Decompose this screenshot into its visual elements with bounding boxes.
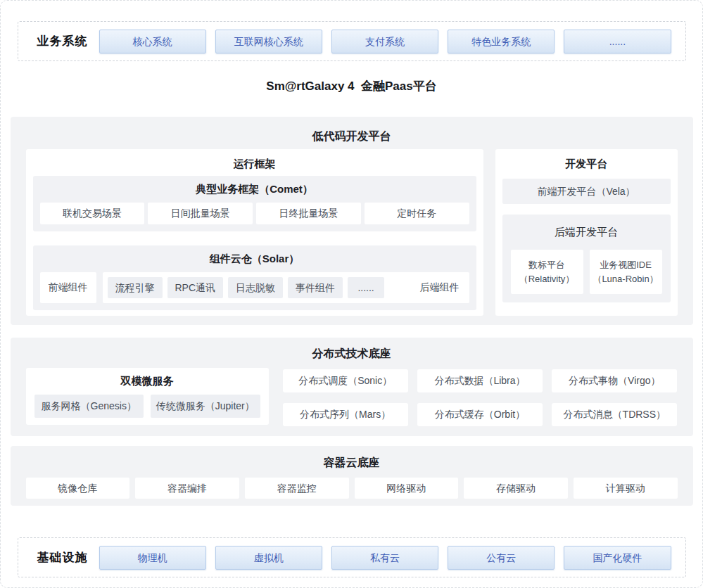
low-code-body: 运行框架 典型业务框架（Comet） 联机交易场景 日间批量场景 日终批量场景 … bbox=[26, 149, 678, 316]
container-cloud-title: 容器云底座 bbox=[26, 452, 678, 473]
solar-backend-component-label: 后端组件 bbox=[420, 281, 460, 294]
distributed-title: 分布式技术底座 bbox=[26, 343, 678, 364]
distributed-data-libra: 分布式数据（Libra） bbox=[417, 369, 543, 392]
comet-framework-box: 典型业务框架（Comet） 联机交易场景 日间批量场景 日终批量场景 定时任务 bbox=[33, 176, 476, 231]
comet-item-scheduled-task: 定时任务 bbox=[365, 203, 469, 224]
solar-chip-more: ...... bbox=[348, 277, 384, 298]
distributed-sequence-mars: 分布式序列（Mars） bbox=[283, 403, 408, 426]
infrastructure-band: 基础设施 物理机 虚拟机 私有云 公有云 国产化硬件 bbox=[18, 537, 686, 577]
solar-chip-rpc: RPC通讯 bbox=[167, 277, 224, 298]
solar-chip-log-masking: 日志脱敏 bbox=[228, 277, 283, 298]
traditional-microservice-jupiter: 传统微服务（Jupiter） bbox=[151, 395, 260, 418]
dual-mode-title: 双模微服务 bbox=[34, 368, 260, 395]
solar-frontend-component: 前端组件 bbox=[40, 272, 96, 303]
backend-dev-platform-title: 后端开发平台 bbox=[511, 215, 662, 250]
comet-items-row: 联机交易场景 日间批量场景 日终批量场景 定时任务 bbox=[40, 203, 469, 224]
distributed-scheduling-sonic: 分布式调度（Sonic） bbox=[283, 369, 408, 392]
dual-mode-items-row: 服务网格（Genesis） 传统微服务（Jupiter） bbox=[34, 395, 260, 418]
infrastructure-chips: 物理机 虚拟机 私有云 公有云 国产化硬件 bbox=[99, 546, 671, 570]
architecture-diagram: 业务系统 核心系统 互联网核心系统 支付系统 特色业务系统 ...... Sm@… bbox=[0, 0, 703, 588]
luna-robin-line2: （Luna-Robin） bbox=[593, 272, 658, 286]
business-systems-label: 业务系统 bbox=[37, 33, 99, 49]
public-cloud: 公有云 bbox=[448, 546, 555, 570]
physical-machine: 物理机 bbox=[99, 546, 206, 570]
business-system-internet-core: 互联网核心系统 bbox=[215, 30, 322, 53]
virtual-machine: 虚拟机 bbox=[215, 546, 322, 570]
dev-platform-title: 开发平台 bbox=[502, 152, 671, 176]
business-view-ide-luna-robin: 业务视图IDE （Luna-Robin） bbox=[590, 250, 662, 294]
business-system-payment: 支付系统 bbox=[331, 30, 438, 53]
dual-mode-microservice-panel: 双模微服务 服务网格（Genesis） 传统微服务（Jupiter） bbox=[26, 368, 269, 425]
relativity-line1: 数标平台 bbox=[528, 258, 565, 272]
distributed-cache-orbit: 分布式缓存（Orbit） bbox=[417, 403, 543, 426]
backend-dev-items-row: 数标平台 （Relativity） 业务视图IDE （Luna-Robin） bbox=[511, 250, 662, 294]
container-cloud-items-row: 镜像仓库 容器编排 容器监控 网络驱动 存储驱动 计算驱动 bbox=[26, 478, 678, 499]
storage-driver: 存储驱动 bbox=[464, 478, 568, 499]
comet-item-online-trade: 联机交易场景 bbox=[40, 203, 145, 224]
relativity-line2: （Relativity） bbox=[519, 272, 575, 286]
service-mesh-genesis: 服务网格（Genesis） bbox=[34, 395, 144, 418]
runtime-framework-title: 运行框架 bbox=[33, 152, 476, 176]
solar-chip-event: 事件组件 bbox=[288, 277, 343, 298]
business-systems-band: 业务系统 核心系统 互联网核心系统 支付系统 特色业务系统 ...... bbox=[18, 21, 686, 61]
section-distributed-base: 分布式技术底座 双模微服务 服务网格（Genesis） 传统微服务（Jupite… bbox=[11, 338, 693, 436]
luna-robin-line1: 业务视图IDE bbox=[600, 258, 652, 272]
runtime-framework-panel: 运行框架 典型业务框架（Comet） 联机交易场景 日间批量场景 日终批量场景 … bbox=[26, 149, 483, 316]
low-code-title: 低代码开发平台 bbox=[26, 126, 678, 147]
business-system-more: ...... bbox=[564, 30, 671, 53]
domestic-hardware: 国产化硬件 bbox=[564, 546, 671, 570]
section-low-code-platform: 低代码开发平台 运行框架 典型业务框架（Comet） 联机交易场景 日间批量场景… bbox=[11, 117, 693, 325]
container-monitoring: 容器监控 bbox=[245, 478, 349, 499]
frontend-dev-platform-vela: 前端开发平台（Vela） bbox=[502, 179, 671, 204]
private-cloud: 私有云 bbox=[331, 546, 438, 570]
data-standard-platform-relativity: 数标平台 （Relativity） bbox=[511, 250, 583, 294]
compute-driver: 计算驱动 bbox=[574, 478, 678, 499]
solar-backend-strip: 流程引擎 RPC通讯 日志脱敏 事件组件 ...... 后端组件 bbox=[103, 272, 469, 303]
network-driver: 网络驱动 bbox=[355, 478, 459, 499]
solar-chip-process-engine: 流程引擎 bbox=[108, 277, 163, 298]
solar-component-box: 组件云仓（Solar） 前端组件 流程引擎 RPC通讯 日志脱敏 事件组件 ..… bbox=[33, 245, 476, 310]
dev-platform-panel: 开发平台 前端开发平台（Vela） 后端开发平台 数标平台 （Relativit… bbox=[495, 149, 678, 316]
business-system-special: 特色业务系统 bbox=[448, 30, 555, 53]
backend-dev-platform-box: 后端开发平台 数标平台 （Relativity） 业务视图IDE （Luna-R… bbox=[502, 215, 671, 302]
business-systems-chips: 核心系统 互联网核心系统 支付系统 特色业务系统 ...... bbox=[99, 30, 671, 53]
comet-title: 典型业务框架（Comet） bbox=[40, 176, 469, 203]
image-registry: 镜像仓库 bbox=[26, 478, 130, 499]
infrastructure-label: 基础设施 bbox=[37, 549, 99, 565]
comet-item-intraday-batch: 日间批量场景 bbox=[148, 203, 253, 224]
page-title: Sm@rtGalaxy 4 金融Paas平台 bbox=[1, 78, 702, 94]
distributed-transaction-virgo: 分布式事物（Virgo） bbox=[552, 369, 677, 392]
distributed-body: 双模微服务 服务网格（Genesis） 传统微服务（Jupiter） 分布式调度… bbox=[26, 368, 678, 426]
comet-item-eod-batch: 日终批量场景 bbox=[256, 203, 361, 224]
solar-title: 组件云仓（Solar） bbox=[40, 245, 469, 272]
container-orchestration: 容器编排 bbox=[135, 478, 239, 499]
business-system-core: 核心系统 bbox=[99, 30, 206, 53]
solar-items-row: 前端组件 流程引擎 RPC通讯 日志脱敏 事件组件 ...... 后端组件 bbox=[40, 272, 469, 303]
distributed-message-tdrss: 分布式消息（TDRSS） bbox=[552, 403, 677, 426]
distributed-services-grid: 分布式调度（Sonic） 分布式数据（Libra） 分布式事物（Virgo） 分… bbox=[283, 368, 678, 426]
section-container-cloud: 容器云底座 镜像仓库 容器编排 容器监控 网络驱动 存储驱动 计算驱动 bbox=[11, 446, 693, 506]
